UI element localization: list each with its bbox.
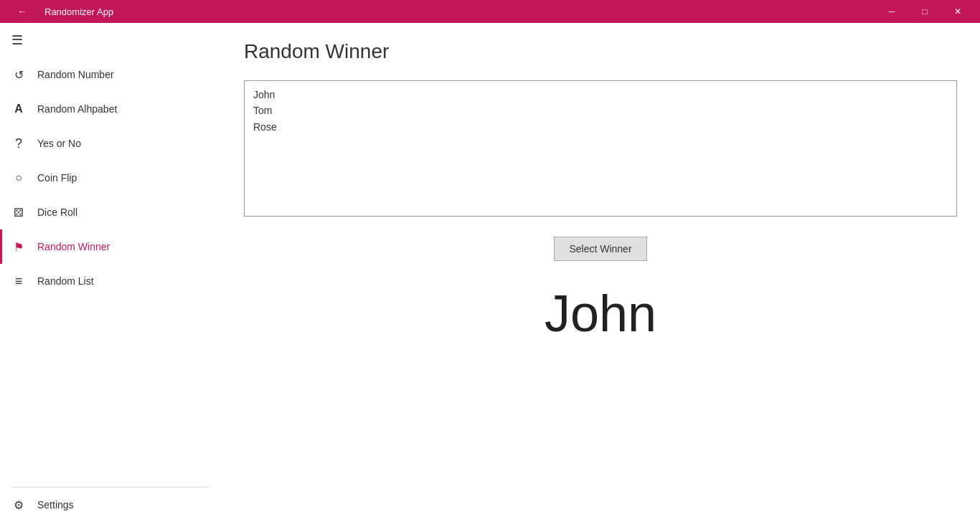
yes-or-no-icon: ?: [11, 136, 26, 151]
winner-display: John: [244, 284, 957, 343]
sidebar-item-label: Random Winner: [37, 241, 110, 252]
page-title: Random Winner: [244, 40, 957, 63]
app-body: ☰ ↺ Random Number A Random Alhpabet ? Ye…: [0, 23, 980, 522]
settings-icon: ⚙: [11, 498, 26, 512]
button-row: Select Winner: [244, 237, 957, 261]
random-alphabet-icon: A: [11, 102, 26, 116]
minimize-icon: ─: [889, 6, 895, 16]
random-winner-icon: ⚑: [11, 239, 26, 254]
sidebar-item-yes-or-no[interactable]: ? Yes or No: [0, 126, 221, 161]
sidebar-item-random-list[interactable]: ≡ Random List: [0, 264, 221, 298]
title-bar: ← Randomizer App ─ □ ✕: [0, 0, 980, 23]
close-icon: ✕: [954, 6, 961, 16]
sidebar-settings-label: Settings: [37, 499, 74, 511]
select-winner-button[interactable]: Select Winner: [554, 237, 646, 261]
sidebar-item-label: Dice Roll: [37, 207, 77, 218]
maximize-icon: □: [922, 6, 927, 16]
main-content: Random Winner John Tom Rose Select Winne…: [221, 23, 980, 522]
sidebar-item-label: Yes or No: [37, 138, 81, 149]
app-title: Randomizer App: [44, 6, 113, 17]
sidebar-item-label: Coin Flip: [37, 172, 77, 184]
sidebar-bottom: ⚙ Settings: [0, 487, 221, 522]
maximize-button[interactable]: □: [908, 0, 941, 23]
hamburger-button[interactable]: ☰: [11, 32, 23, 48]
sidebar-item-random-number[interactable]: ↺ Random Number: [0, 57, 221, 92]
names-textarea[interactable]: John Tom Rose: [244, 80, 957, 217]
random-list-icon: ≡: [11, 274, 26, 288]
coin-flip-icon: ○: [11, 171, 26, 185]
back-icon: ←: [18, 6, 27, 16]
close-button[interactable]: ✕: [941, 0, 974, 23]
title-bar-left: ← Randomizer App: [6, 0, 113, 23]
dice-roll-icon: ⚄: [11, 205, 26, 219]
sidebar-item-settings[interactable]: ⚙ Settings: [0, 488, 221, 522]
hamburger-icon: ☰: [11, 33, 23, 47]
sidebar-item-label: Random Alhpabet: [37, 103, 117, 115]
sidebar-header: ☰: [0, 23, 221, 57]
minimize-button[interactable]: ─: [875, 0, 908, 23]
window-controls: ─ □ ✕: [875, 0, 974, 23]
sidebar-item-coin-flip[interactable]: ○ Coin Flip: [0, 161, 221, 195]
sidebar-item-dice-roll[interactable]: ⚄ Dice Roll: [0, 195, 221, 229]
sidebar-item-label: Random List: [37, 275, 94, 287]
sidebar-item-random-alphabet[interactable]: A Random Alhpabet: [0, 92, 221, 126]
random-number-icon: ↺: [11, 67, 26, 82]
sidebar-item-label: Random Number: [37, 69, 114, 80]
sidebar: ☰ ↺ Random Number A Random Alhpabet ? Ye…: [0, 23, 221, 522]
back-button[interactable]: ←: [6, 0, 39, 23]
sidebar-item-random-winner[interactable]: ⚑ Random Winner: [0, 229, 221, 264]
